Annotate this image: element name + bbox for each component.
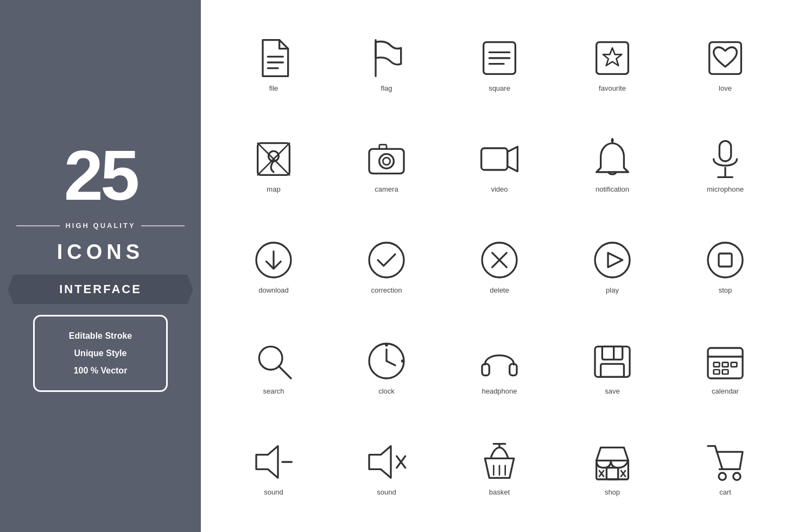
svg-point-41 bbox=[385, 344, 388, 346]
svg-rect-19 bbox=[482, 148, 508, 170]
search-icon bbox=[252, 339, 295, 383]
svg-rect-23 bbox=[719, 141, 731, 161]
features-box: Editable Stroke Unique Style 100 % Vecto… bbox=[33, 315, 168, 392]
feature-2: Unique Style bbox=[51, 345, 150, 362]
svg-rect-53 bbox=[731, 362, 737, 366]
feature-3: 100 % Vector bbox=[51, 362, 150, 379]
save-icon bbox=[591, 339, 634, 383]
icon-cell-download: download bbox=[223, 218, 325, 314]
svg-rect-44 bbox=[510, 364, 517, 375]
clock-icon bbox=[365, 339, 408, 383]
svg-marker-33 bbox=[608, 252, 623, 267]
download-icon bbox=[252, 238, 295, 282]
shop-icon bbox=[591, 440, 634, 484]
svg-point-73 bbox=[733, 473, 740, 480]
svg-point-34 bbox=[708, 243, 743, 277]
map-icon bbox=[252, 137, 295, 181]
svg-rect-43 bbox=[482, 364, 489, 375]
love-icon bbox=[704, 36, 747, 80]
icon-cell-map: map bbox=[223, 117, 325, 213]
flag-label: flag bbox=[381, 84, 392, 92]
flag-icon bbox=[365, 36, 408, 80]
svg-rect-67 bbox=[606, 467, 618, 479]
sound-minus-label: sound bbox=[264, 488, 283, 496]
icon-cell-cart: cart bbox=[674, 420, 776, 516]
svg-rect-18 bbox=[379, 144, 387, 149]
icon-cell-camera: camera bbox=[335, 117, 438, 213]
video-icon bbox=[478, 137, 521, 181]
correction-label: correction bbox=[371, 286, 402, 294]
svg-point-72 bbox=[719, 473, 726, 480]
love-label: love bbox=[719, 84, 732, 92]
delete-label: delete bbox=[490, 286, 509, 294]
icon-cell-square: square bbox=[448, 16, 550, 112]
icon-cell-love: love bbox=[674, 16, 776, 112]
svg-point-17 bbox=[383, 157, 390, 164]
icon-cell-correction: correction bbox=[335, 218, 438, 314]
svg-point-22 bbox=[611, 138, 613, 141]
notification-icon bbox=[591, 137, 634, 181]
favourite-label: favourite bbox=[599, 84, 626, 92]
svg-rect-15 bbox=[369, 149, 404, 173]
svg-rect-8 bbox=[597, 42, 629, 74]
sound-mute-label: sound bbox=[377, 488, 396, 496]
stop-label: stop bbox=[719, 286, 732, 294]
svg-line-37 bbox=[278, 366, 291, 378]
microphone-icon bbox=[704, 137, 747, 181]
icon-cell-file: file bbox=[223, 16, 325, 112]
svg-marker-56 bbox=[256, 446, 278, 478]
icon-cell-shop: shop bbox=[561, 420, 663, 516]
icon-cell-flag: flag bbox=[335, 16, 438, 112]
icon-cell-save: save bbox=[561, 319, 663, 415]
svg-point-16 bbox=[379, 154, 394, 168]
icon-cell-video: video bbox=[448, 117, 550, 213]
svg-point-42 bbox=[401, 359, 404, 362]
left-panel: 25 HIGH QUALITY ICONS INTERFACE Editable… bbox=[0, 0, 201, 532]
icon-cell-search: search bbox=[223, 319, 325, 415]
icons-label: ICONS bbox=[57, 240, 144, 264]
icon-cell-microphone: microphone bbox=[674, 117, 776, 213]
icon-cell-delete: delete bbox=[448, 218, 550, 314]
square-label: square bbox=[489, 84, 510, 92]
icon-cell-clock: clock bbox=[335, 319, 438, 415]
search-label: search bbox=[263, 387, 284, 395]
svg-marker-20 bbox=[508, 147, 518, 171]
feature-1: Editable Stroke bbox=[51, 327, 150, 345]
basket-label: basket bbox=[489, 488, 510, 496]
icon-cell-favourite: favourite bbox=[561, 16, 663, 112]
basket-icon bbox=[478, 440, 521, 484]
notification-label: notification bbox=[596, 185, 629, 193]
quality-label: HIGH QUALITY bbox=[65, 221, 135, 230]
icon-cell-sound-mute: sound bbox=[335, 420, 438, 516]
sound-minus-icon bbox=[252, 440, 295, 484]
calendar-icon bbox=[704, 339, 747, 383]
square-icon bbox=[478, 36, 521, 80]
svg-rect-66 bbox=[597, 460, 629, 479]
shop-label: shop bbox=[605, 488, 620, 496]
svg-line-40 bbox=[387, 361, 395, 365]
number-25: 25 bbox=[64, 140, 137, 211]
icon-cell-sound-minus: sound bbox=[223, 420, 325, 516]
headphone-icon bbox=[478, 339, 521, 383]
icon-grid: file flag square bbox=[223, 16, 776, 516]
cart-label: cart bbox=[719, 488, 731, 496]
svg-point-28 bbox=[369, 243, 404, 277]
svg-rect-51 bbox=[714, 362, 720, 366]
svg-rect-52 bbox=[723, 362, 729, 366]
svg-rect-47 bbox=[601, 364, 624, 377]
icon-cell-calendar: calendar bbox=[674, 319, 776, 415]
category-ribbon: INTERFACE bbox=[8, 275, 193, 304]
file-label: file bbox=[269, 84, 278, 92]
icon-cell-notification: notification bbox=[561, 117, 663, 213]
icon-cell-basket: basket bbox=[448, 420, 550, 516]
divider-high-quality: HIGH QUALITY bbox=[16, 221, 185, 230]
svg-point-32 bbox=[595, 243, 630, 277]
play-icon bbox=[591, 238, 634, 282]
icon-cell-headphone: headphone bbox=[448, 319, 550, 415]
svg-rect-10 bbox=[710, 42, 742, 74]
right-panel: file flag square bbox=[201, 0, 798, 532]
svg-marker-9 bbox=[603, 48, 622, 66]
favourite-icon bbox=[591, 36, 634, 80]
icon-cell-play: play bbox=[561, 218, 663, 314]
headphone-label: headphone bbox=[482, 387, 517, 395]
